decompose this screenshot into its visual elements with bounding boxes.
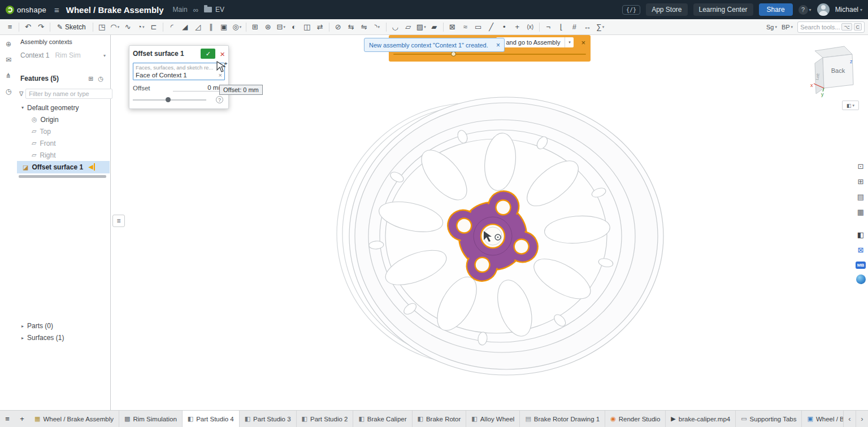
accept-button[interactable]: ✓	[201, 49, 215, 59]
boolean-icon[interactable]: ◐	[288, 21, 301, 33]
user-menu[interactable]: Michael ▾	[835, 6, 862, 14]
avatar[interactable]	[817, 3, 830, 16]
redo-icon[interactable]: ↷	[34, 21, 47, 33]
history-icon[interactable]: ◷	[3, 86, 14, 97]
help-icon[interactable]: ?	[798, 5, 808, 15]
face-selection-field[interactable]: Faces, surfaces, and sketch re... Face o…	[133, 63, 225, 80]
helix-icon[interactable]: ≈	[459, 21, 472, 33]
scroll-tabs-left-icon[interactable]: ‹	[843, 411, 856, 427]
add-tab-icon[interactable]: +	[15, 411, 29, 427]
configurations-icon[interactable]: ▦	[855, 206, 866, 217]
axis-icon[interactable]: ╱	[485, 21, 498, 33]
insert-panel-icon[interactable]: ⊕	[3, 38, 14, 50]
split-icon[interactable]: ◫	[301, 21, 314, 33]
tab-manager-icon[interactable]: ≡	[0, 411, 15, 427]
revolve-icon[interactable]: ◠▾	[108, 21, 121, 33]
view-options-button[interactable]: ◧ ▾	[842, 101, 859, 110]
mirror-icon[interactable]: ⊟▾	[275, 21, 288, 33]
point-icon[interactable]: •	[498, 21, 511, 33]
tab-alloy-wheel[interactable]: ◧Alloy Wheel	[466, 411, 520, 427]
fill-surface-icon[interactable]: ▨▾	[415, 21, 428, 33]
offset-surface-icon[interactable]: ◡	[389, 21, 402, 33]
shell-icon[interactable]: ▣	[218, 21, 231, 33]
sg-dropdown[interactable]: Sg ▾	[766, 24, 777, 30]
learning-center-button[interactable]: Learning Center	[693, 3, 753, 16]
revert-assembly-button[interactable]: rt and go to Assembly ▾	[496, 37, 574, 47]
render-globe-icon[interactable]	[856, 274, 866, 284]
tab-brake-rotor[interactable]: ◧Brake Rotor	[413, 411, 467, 427]
feature-filter-input[interactable]	[25, 89, 112, 99]
tab-render-studio[interactable]: ◉Render Studio	[605, 411, 666, 427]
tab-wheel-br[interactable]: ▣Wheel / Br	[802, 411, 843, 427]
hamburger-menu-icon[interactable]: ≡	[54, 5, 59, 15]
parts-section[interactable]: ▸ Parts (0)	[21, 322, 53, 330]
enclose-icon[interactable]: ⊠	[446, 21, 459, 33]
context-cube-icon[interactable]: ◧	[855, 229, 866, 240]
sketch-button[interactable]: ✎ Sketch	[53, 21, 90, 33]
mass-properties-icon[interactable]: ∑▾	[594, 21, 607, 33]
feature-tree-icon[interactable]: ≡	[3, 21, 16, 33]
hole-icon[interactable]: ◎▾	[231, 21, 244, 33]
tab-brake-caliper-mp4[interactable]: ▶brake-caliper.mp4	[666, 411, 736, 427]
context-opacity-slider[interactable]	[393, 54, 586, 55]
fillet-icon[interactable]: ◜	[166, 21, 179, 33]
offset-slider-thumb[interactable]	[166, 97, 171, 102]
cancel-button[interactable]: ×	[220, 50, 225, 58]
flange-icon[interactable]: ⌊	[555, 21, 568, 33]
tab-brake-caliper[interactable]: ◧Brake Caliper	[353, 411, 412, 427]
frame-icon[interactable]: #	[568, 21, 581, 33]
rollback-bar[interactable]	[19, 175, 106, 178]
draft-icon[interactable]: ◿	[192, 21, 205, 33]
banner-close-icon[interactable]: ×	[579, 38, 587, 47]
onshape-logo[interactable]: onshape	[6, 6, 46, 14]
help-icon[interactable]: ?	[216, 96, 223, 103]
bp-dropdown[interactable]: BP ▾	[782, 24, 793, 30]
tab-part-studio-3[interactable]: ◧Part Studio 3	[240, 411, 297, 427]
sweep-icon[interactable]: ∿	[121, 21, 134, 33]
project-name[interactable]: EV	[215, 6, 224, 14]
circular-pattern-icon[interactable]: ⊛	[262, 21, 275, 33]
dev-portal-chip[interactable]: {/}	[622, 5, 640, 15]
chevron-down-icon[interactable]: ▾	[103, 53, 106, 58]
tab-brake-rotor-drawing-1[interactable]: ▤Brake Rotor Drawing 1	[520, 411, 605, 427]
sheet-metal-icon[interactable]: ¬	[542, 21, 555, 33]
opacity-slider-knob[interactable]	[451, 51, 456, 56]
tab-part-studio-4[interactable]: ◧Part Studio 4	[183, 411, 240, 427]
mate-connector-icon[interactable]: +	[511, 21, 524, 33]
simulation-icon[interactable]: ⊠	[855, 244, 866, 255]
plane-icon[interactable]: ▭	[472, 21, 485, 33]
surfaces-section[interactable]: ▸ Surfaces (1)	[21, 334, 64, 342]
app-store-button[interactable]: App Store	[646, 3, 687, 16]
ruled-surface-icon[interactable]: ▰	[428, 21, 441, 33]
extrude-icon[interactable]: ◳	[96, 21, 108, 33]
materials-badge-icon[interactable]: MB	[855, 259, 866, 271]
transform-icon[interactable]: ⇄	[314, 21, 327, 33]
tab-wheel-brake-assembly[interactable]: ▦Wheel / Brake Assembly	[29, 411, 119, 427]
help-menu[interactable]: ? ▾	[798, 5, 811, 15]
tab-rim-simulation[interactable]: ▩Rim Simulation	[119, 411, 183, 427]
tab-part-studio-2[interactable]: ◧Part Studio 2	[297, 411, 354, 427]
modify-fillet-icon[interactable]: ◝▾	[371, 21, 384, 33]
thicken-icon[interactable]: ⊏	[147, 21, 160, 33]
replace-face-icon[interactable]: ⇋	[358, 21, 371, 33]
context-selector[interactable]: Context 1 Rim Sim ▾	[20, 50, 106, 61]
feature-history-icon[interactable]: ◷	[98, 75, 103, 82]
link-icon[interactable]: ∞	[193, 6, 198, 14]
versions-icon[interactable]: ⋔	[3, 70, 14, 81]
measure-icon[interactable]: ↔	[581, 21, 594, 33]
workspace-name[interactable]: Main	[173, 6, 188, 14]
chamfer-icon[interactable]: ◢	[179, 21, 192, 33]
custom-tables-icon[interactable]: ⊞	[855, 176, 866, 187]
offset-value-input[interactable]	[173, 84, 225, 91]
model-viewport[interactable]: ≡ rt and go to Assembly ▾ × New assembly…	[111, 35, 868, 410]
comments-icon[interactable]: ✉	[3, 54, 14, 66]
caret-right-icon[interactable]: ▸	[21, 324, 24, 329]
chevron-down-icon[interactable]: ▾	[565, 37, 574, 47]
boundary-surface-icon[interactable]: ▱	[402, 21, 415, 33]
search-tools-input[interactable]	[800, 24, 840, 30]
rib-icon[interactable]: ∥	[205, 21, 218, 33]
loft-icon[interactable]: ◔▾	[134, 21, 147, 33]
toast-close-icon[interactable]: ×	[492, 41, 504, 49]
feature-list-flyout-button[interactable]: ≡	[112, 215, 125, 227]
linear-pattern-icon[interactable]: ⊞	[249, 21, 262, 33]
